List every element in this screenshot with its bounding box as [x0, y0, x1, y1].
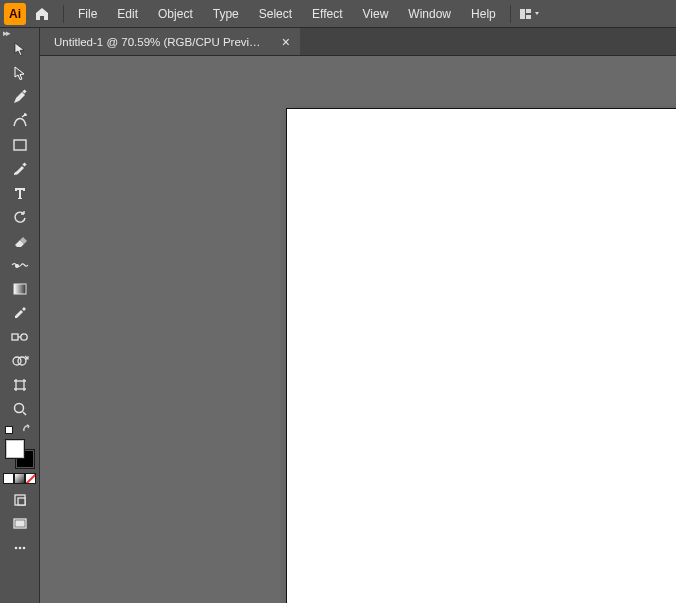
svg-rect-17 — [16, 521, 24, 526]
pen-tool[interactable] — [3, 85, 37, 109]
fill-stroke-swatches[interactable] — [5, 439, 35, 469]
gradient-fill-icon[interactable] — [14, 473, 25, 484]
workspace-switcher-icon[interactable] — [519, 5, 543, 23]
menu-edit[interactable]: Edit — [107, 0, 148, 28]
menu-items: FileEditObjectTypeSelectEffectViewWindow… — [68, 0, 506, 28]
svg-rect-7 — [14, 284, 26, 294]
blend-tool[interactable] — [3, 325, 37, 349]
color-fill-icon[interactable] — [3, 473, 14, 484]
menu-file[interactable]: File — [68, 0, 107, 28]
svg-point-20 — [22, 547, 25, 550]
width-tool[interactable] — [3, 253, 37, 277]
tools-panel: ▸▸ — [0, 28, 40, 603]
document-tab[interactable]: Untitled-1 @ 70.59% (RGB/CPU Preview) × — [40, 28, 300, 55]
app-logo-icon: Ai — [4, 3, 26, 25]
svg-rect-15 — [18, 498, 25, 505]
separator — [510, 5, 511, 23]
svg-rect-1 — [526, 9, 531, 13]
home-icon[interactable] — [31, 3, 53, 25]
draw-mode-toggle[interactable] — [3, 488, 37, 512]
rotate-tool[interactable] — [3, 205, 37, 229]
menu-select[interactable]: Select — [249, 0, 302, 28]
selection-tool[interactable] — [3, 37, 37, 61]
gradient-tool[interactable] — [3, 277, 37, 301]
menu-bar: Ai FileEditObjectTypeSelectEffectViewWin… — [0, 0, 676, 28]
svg-rect-8 — [12, 334, 18, 340]
paintbrush-tool[interactable] — [3, 157, 37, 181]
rectangle-tool[interactable] — [3, 133, 37, 157]
edit-toolbar[interactable] — [3, 536, 37, 560]
menu-help[interactable]: Help — [461, 0, 506, 28]
svg-rect-4 — [14, 140, 26, 150]
eraser-tool[interactable] — [3, 229, 37, 253]
svg-point-9 — [20, 334, 26, 340]
zoom-tool[interactable] — [3, 397, 37, 421]
svg-rect-5 — [22, 162, 26, 166]
document-area: Untitled-1 @ 70.59% (RGB/CPU Preview) × — [40, 28, 676, 603]
svg-point-18 — [14, 547, 17, 550]
direct-selection-tool[interactable] — [3, 61, 37, 85]
type-tool[interactable] — [3, 181, 37, 205]
svg-rect-2 — [526, 15, 531, 19]
expand-panel-icon[interactable]: ▸▸ — [0, 28, 39, 37]
eyedropper-tool[interactable] — [3, 301, 37, 325]
none-fill-icon[interactable] — [25, 473, 36, 484]
document-tab-bar: Untitled-1 @ 70.59% (RGB/CPU Preview) × — [40, 28, 676, 56]
shape-builder-tool[interactable] — [3, 349, 37, 373]
canvas-viewport[interactable] — [40, 56, 676, 603]
menu-object[interactable]: Object — [148, 0, 203, 28]
screen-mode-toggle[interactable] — [3, 512, 37, 536]
fill-mode-indicators[interactable] — [3, 473, 37, 484]
svg-point-6 — [15, 265, 18, 268]
menu-effect[interactable]: Effect — [302, 0, 352, 28]
menu-type[interactable]: Type — [203, 0, 249, 28]
menu-window[interactable]: Window — [398, 0, 461, 28]
artboard-tool[interactable] — [3, 373, 37, 397]
svg-point-11 — [18, 357, 26, 365]
svg-point-13 — [14, 404, 23, 413]
document-tab-label: Untitled-1 @ 70.59% (RGB/CPU Preview) — [54, 36, 266, 48]
svg-rect-3 — [22, 89, 26, 93]
artboard[interactable] — [287, 109, 676, 603]
close-tab-icon[interactable]: × — [282, 35, 290, 49]
fill-swatch[interactable] — [5, 439, 25, 459]
default-colors-icon[interactable] — [5, 426, 13, 434]
curvature-tool[interactable] — [3, 109, 37, 133]
menu-view[interactable]: View — [353, 0, 399, 28]
separator — [63, 5, 64, 23]
svg-rect-12 — [16, 381, 24, 389]
svg-rect-0 — [520, 9, 525, 19]
swap-colors-icon[interactable] — [21, 423, 35, 437]
content-area: ▸▸ Untitled-1 @ 70.59% (RGB/CPU Preview)… — [0, 28, 676, 603]
svg-point-19 — [18, 547, 21, 550]
